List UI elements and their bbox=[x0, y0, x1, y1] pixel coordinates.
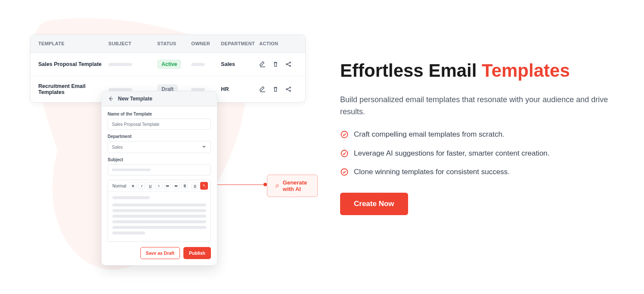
col-status: STATUS bbox=[157, 41, 191, 46]
name-label: Name of the Template bbox=[108, 112, 211, 116]
magic-wand-icon bbox=[275, 182, 279, 189]
chevron-down-icon bbox=[201, 144, 207, 150]
status-badge: Active bbox=[157, 59, 181, 69]
share-icon[interactable] bbox=[285, 86, 292, 93]
underline-icon[interactable]: U bbox=[147, 182, 154, 189]
svg-point-4 bbox=[290, 87, 291, 88]
feature-list: Craft compelling email templates from sc… bbox=[340, 129, 616, 180]
ai-sparkle-icon[interactable] bbox=[200, 182, 208, 190]
editor-toolbar: Normal B I U ≡ ≔ ≕ ⎘ {} bbox=[108, 180, 211, 192]
share-icon[interactable] bbox=[285, 61, 292, 68]
check-circle-icon bbox=[340, 130, 349, 142]
back-arrow-icon[interactable] bbox=[108, 96, 114, 102]
col-department: DEPARTMENT bbox=[221, 41, 259, 46]
owner-placeholder bbox=[191, 63, 205, 66]
format-select[interactable]: Normal bbox=[111, 184, 128, 188]
trash-icon[interactable] bbox=[272, 86, 279, 93]
col-template: TEMPLATE bbox=[38, 41, 108, 46]
align-icon[interactable]: ≡ bbox=[155, 182, 162, 189]
col-owner: OWNER bbox=[191, 41, 221, 46]
svg-point-0 bbox=[286, 64, 288, 65]
owner-placeholder bbox=[191, 88, 205, 91]
col-subject: SUBJECT bbox=[108, 41, 157, 46]
modal-title: New Template bbox=[118, 96, 152, 102]
cell-department: Sales bbox=[221, 61, 259, 67]
save-draft-button[interactable]: Save as Draft bbox=[140, 247, 180, 259]
subject-input[interactable] bbox=[108, 164, 211, 175]
edit-icon[interactable] bbox=[259, 86, 266, 93]
list-item: Craft compelling email templates from sc… bbox=[340, 129, 616, 142]
check-circle-icon bbox=[340, 149, 349, 161]
department-select[interactable]: Sales bbox=[108, 141, 211, 153]
cell-template: Sales Proposal Template bbox=[38, 61, 108, 67]
edit-icon[interactable] bbox=[259, 61, 266, 68]
connector-line bbox=[217, 180, 267, 189]
template-name-input[interactable]: Sales Proposal Template bbox=[108, 119, 211, 130]
trash-icon[interactable] bbox=[272, 61, 279, 68]
svg-point-5 bbox=[290, 91, 291, 92]
generate-ai-callout[interactable]: Generate with AI bbox=[267, 175, 318, 197]
body-editor[interactable]: Normal B I U ≡ ≔ ≕ ⎘ {} bbox=[108, 180, 211, 242]
new-template-modal: New Template Name of the Template Sales … bbox=[101, 91, 217, 266]
cell-department: HR bbox=[221, 86, 259, 92]
unlist-icon[interactable]: ≕ bbox=[173, 182, 180, 189]
dept-label: Department bbox=[108, 134, 211, 139]
list-item: Clone winning templates for consistent s… bbox=[340, 167, 616, 180]
subject-placeholder bbox=[108, 63, 132, 66]
list-item: Leverage AI suggestions for faster, smar… bbox=[340, 148, 616, 161]
check-circle-icon bbox=[340, 168, 349, 180]
create-now-button[interactable]: Create Now bbox=[340, 193, 408, 215]
col-action: ACTION bbox=[259, 41, 297, 46]
cell-template: Recruitment Email Templates bbox=[38, 83, 108, 95]
link-icon[interactable]: ⎘ bbox=[181, 182, 188, 189]
publish-button[interactable]: Publish bbox=[183, 247, 211, 259]
list-icon[interactable]: ≔ bbox=[164, 182, 171, 189]
svg-point-3 bbox=[286, 89, 288, 90]
italic-icon[interactable]: I bbox=[138, 182, 145, 189]
hero-title: Effortless Email Templates bbox=[340, 60, 616, 81]
code-icon[interactable]: {} bbox=[192, 182, 198, 189]
svg-point-1 bbox=[290, 62, 291, 63]
bold-icon[interactable]: B bbox=[130, 182, 136, 189]
subject-label: Subject bbox=[108, 157, 211, 162]
subject-placeholder bbox=[108, 88, 132, 91]
svg-point-2 bbox=[290, 66, 291, 67]
hero-lead: Build personalized email templates that … bbox=[340, 94, 616, 118]
table-row: Sales Proposal Template Active Sales bbox=[31, 53, 305, 76]
